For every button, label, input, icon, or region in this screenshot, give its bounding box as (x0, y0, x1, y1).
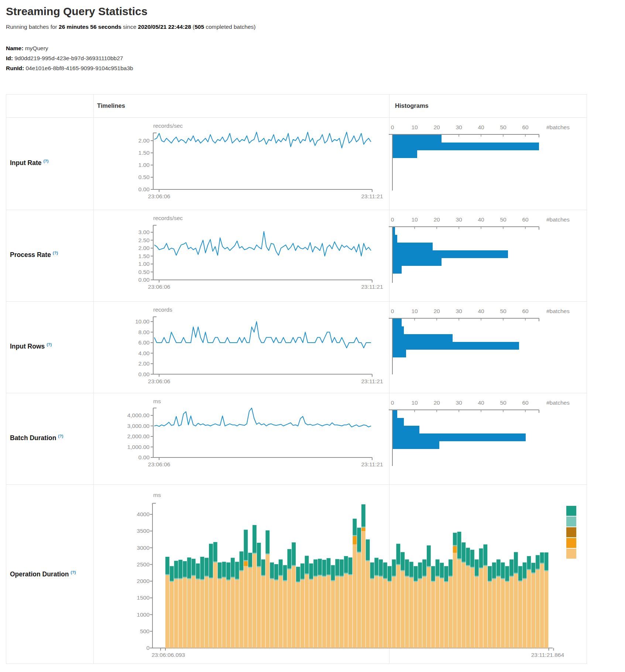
y-tick-label: 3500 (109, 528, 150, 534)
stacked-bar-segment (492, 562, 496, 578)
histogram-bar (393, 326, 404, 334)
stacked-bar-segment (205, 558, 209, 576)
stacked-bar-segment (488, 581, 492, 582)
histogram-bar (393, 319, 402, 326)
timeline-unit-label: records/sec (153, 123, 183, 129)
histogram-bar (393, 227, 395, 235)
y-tick-label: 2.50 (109, 237, 150, 244)
stacked-bar-segment (301, 579, 305, 580)
stacked-bar-segment (213, 562, 217, 648)
stacked-bar-segment (453, 533, 457, 545)
stacked-bar-segment (422, 577, 426, 648)
stacked-bar-segment (248, 567, 252, 568)
histogram-bar (393, 250, 508, 258)
stacked-bar-segment (514, 574, 518, 648)
stacked-bar-segment (240, 571, 244, 648)
stacked-bar-segment (536, 555, 540, 569)
stacked-bar-segment (422, 576, 426, 577)
x-start-label: 23:06:06 (130, 284, 189, 290)
stacked-bar-segment (327, 575, 331, 576)
stacked-bar-segment (497, 577, 501, 648)
stacked-bar-segment (374, 575, 378, 576)
stacked-bar-segment (418, 562, 422, 578)
input-rows-timeline-line (154, 322, 371, 348)
stacked-bar-segment (523, 579, 527, 648)
stacked-bar-segment (370, 562, 374, 578)
stacked-bar-segment (274, 579, 278, 580)
histogram-bar (393, 143, 539, 150)
stacked-bar-segment (361, 528, 365, 531)
x-end-label: 23:11:21 (343, 461, 402, 468)
stacked-bar-segment (200, 579, 204, 580)
stacked-bar-segment (409, 578, 413, 648)
stacked-bar-segment (296, 582, 300, 583)
stacked-bar-segment (309, 579, 313, 580)
stacked-bar-segment (257, 543, 261, 566)
stacked-bar-segment (379, 576, 383, 577)
charts-svg (0, 0, 625, 672)
stacked-bar-segment (405, 576, 409, 577)
stacked-bar-segment (205, 576, 209, 577)
stacked-bar-segment (392, 576, 396, 577)
hist-tick-label: 60 (496, 124, 555, 131)
stacked-bar-segment (174, 561, 178, 578)
stacked-bar-segment (244, 566, 248, 648)
stacked-bar-segment (340, 577, 344, 648)
stacked-bar-segment (453, 553, 457, 648)
histogram-bar (393, 334, 453, 342)
stacked-bar-segment (449, 559, 453, 576)
y-tick-label: 2500 (109, 561, 150, 568)
stacked-bar-segment (313, 576, 317, 577)
legend-swatch-orange (566, 538, 576, 548)
stacked-bar-segment (205, 577, 209, 648)
stacked-bar-segment (483, 566, 487, 648)
stacked-bar-segment (545, 571, 549, 648)
stacked-bar-segment (401, 571, 405, 648)
stacked-bar-segment (531, 572, 535, 573)
batch-duration-timeline-line (154, 408, 371, 427)
stacked-bar-segment (540, 564, 544, 648)
stacked-bar-segment (379, 577, 383, 648)
stacked-bar-segment (305, 556, 309, 573)
x-end-label: 23:11:21 (343, 284, 402, 290)
stacked-bar-segment (274, 580, 278, 648)
stacked-bar-segment (449, 577, 453, 648)
stacked-bar-segment (536, 569, 540, 570)
stacked-bar-segment (501, 578, 505, 579)
histogram-bar (393, 258, 442, 266)
histogram-bar (393, 410, 397, 418)
stacked-bar-segment (253, 553, 257, 554)
y-tick-label: 0.00 (109, 277, 150, 283)
x-start-label: 23:06:06 (130, 193, 189, 200)
batches-axis-label: #batches (546, 400, 570, 406)
stacked-bar-segment (192, 559, 196, 575)
y-tick-label: 1500 (109, 594, 150, 601)
stacked-bar-segment (405, 559, 409, 576)
stacked-bar-segment (357, 528, 361, 552)
stacked-bar-segment (209, 579, 213, 648)
stacked-bar-segment (292, 565, 296, 566)
legend-swatch-tan (566, 549, 576, 559)
stacked-bar-segment (322, 560, 326, 576)
stacked-bar-segment (531, 563, 535, 572)
stacked-bar-segment (287, 569, 291, 570)
stacked-bar-segment (165, 557, 169, 574)
stacked-bar-segment (440, 579, 444, 648)
stacked-bar-segment (501, 579, 505, 648)
stacked-bar-segment (248, 553, 252, 567)
stacked-bar-segment (344, 573, 348, 574)
stacked-bar-segment (475, 576, 479, 577)
stacked-bar-segment (287, 549, 291, 568)
stacked-bar-segment (427, 545, 431, 566)
y-tick-label: 2.00 (109, 360, 150, 367)
stacked-bar-segment (231, 577, 235, 578)
histogram-bar (393, 433, 526, 441)
stacked-bar-segment (353, 535, 357, 536)
stacked-bar-segment (536, 570, 540, 648)
stacked-bar-segment (257, 566, 261, 567)
y-tick-label: 0.00 (109, 454, 150, 461)
histogram-bar (393, 135, 442, 143)
stacked-bar-segment (231, 578, 235, 648)
stacked-bar-segment (331, 565, 335, 580)
stacked-bar-segment (218, 562, 222, 578)
